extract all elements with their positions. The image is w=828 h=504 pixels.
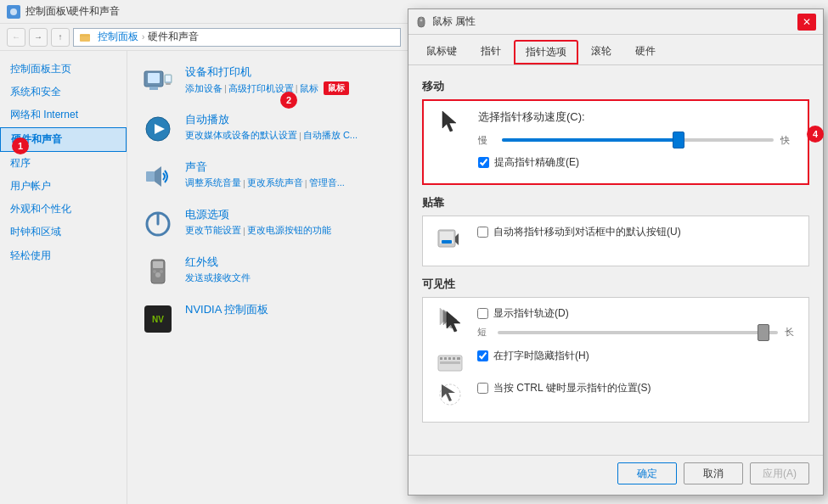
svg-point-17 <box>160 270 163 273</box>
snap-checkbox[interactable] <box>477 227 488 238</box>
tab-pointer-options[interactable]: 指针选项 <box>514 40 578 64</box>
category-sound: 声音 调整系统音量 | 更改系统声音 | 管理音... <box>141 160 394 193</box>
sidebar-item-clock[interactable]: 时钟和区域 <box>0 221 127 244</box>
breadcrumb-cp: 控制面板 <box>98 30 138 44</box>
ok-button[interactable]: 确定 <box>617 462 677 484</box>
sidebar-item-programs[interactable]: 程序 <box>0 152 127 175</box>
autoplay-cd-link[interactable]: 自动播放 C... <box>303 129 358 142</box>
svg-rect-3 <box>148 73 160 83</box>
sidebar-item-system[interactable]: 系统和安全 <box>0 81 127 104</box>
hide-typing-icon <box>433 349 467 376</box>
sound-title[interactable]: 声音 <box>185 160 345 175</box>
ir-icon <box>141 255 175 288</box>
autoplay-icon <box>141 112 175 146</box>
trail-thumb[interactable] <box>758 324 769 341</box>
dialog-titlebar: 鼠标 属性 ✕ <box>408 9 823 35</box>
trail-long-label: 长 <box>785 326 798 339</box>
tab-wheel[interactable]: 滚轮 <box>580 40 622 64</box>
snap-row: 自动将指针移动到对话框中的默认按钮(U) <box>433 225 798 252</box>
power-title[interactable]: 电源选项 <box>185 207 331 222</box>
annotation-1: 1 <box>12 137 29 154</box>
power-links: 电源选项 更改节能设置 | 更改电源按钮的功能 <box>185 207 331 237</box>
dialog-close-button[interactable]: ✕ <box>797 14 816 31</box>
hide-typing-label[interactable]: 在打字时隐藏指针(H) <box>493 349 589 363</box>
ctrl-label[interactable]: 当按 CTRL 键时显示指针的位置(S) <box>493 381 651 395</box>
ir-sub: 发送或接收文件 <box>185 272 251 284</box>
nvidia-icon: NV <box>141 302 175 336</box>
speed-slider-row: 慢 快 <box>478 132 797 148</box>
control-panel-window: 控制面板\硬件和声音 ← → ↑ 控制面板 › 硬件和声音 控制面板主页 系统和… <box>0 0 408 504</box>
mouse-link[interactable]: 鼠标 <box>300 82 318 95</box>
hide-typing-checkbox[interactable] <box>477 350 488 361</box>
enhance-checkbox[interactable] <box>478 157 489 168</box>
sidebar: 控制面板主页 系统和安全 网络和 Internet 硬件和声音 程序 用户帐户 … <box>0 51 127 504</box>
sound-volume-link[interactable]: 调整系统音量 <box>185 176 241 189</box>
trail-slider-row: 短 长 <box>477 326 798 339</box>
speed-slider[interactable] <box>502 132 774 148</box>
svg-rect-35 <box>453 357 455 360</box>
sidebar-item-users[interactable]: 用户帐户 <box>0 175 127 198</box>
svg-rect-14 <box>153 261 163 268</box>
devices-links: 设备和打印机 添加设备 | 高级打印机设置 | 鼠标 鼠标 <box>185 64 349 95</box>
tab-mouse-keys[interactable]: 鼠标键 <box>415 40 468 64</box>
category-ir: 红外线 发送或接收文件 <box>141 255 394 288</box>
autoplay-change-link[interactable]: 更改媒体或设备的默认设置 <box>185 129 297 142</box>
tab-hardware[interactable]: 硬件 <box>624 40 667 64</box>
slider-track <box>502 138 774 142</box>
ir-send-link[interactable]: 发送或接收文件 <box>185 272 251 284</box>
speed-label-text: 选择指针移动速度(C): <box>478 109 797 125</box>
forward-button[interactable]: → <box>29 28 48 47</box>
enhance-label[interactable]: 提高指针精确度(E) <box>494 155 579 170</box>
breadcrumb-sep1: › <box>142 32 144 42</box>
sound-manage-link[interactable]: 管理音... <box>309 176 345 189</box>
sidebar-item-appearance[interactable]: 外观和个性化 <box>0 198 127 221</box>
control-panel-icon <box>7 5 20 19</box>
add-device-link[interactable]: 添加设备 <box>185 82 222 95</box>
cancel-button[interactable]: 取消 <box>684 462 743 484</box>
power-icon <box>141 207 175 241</box>
devices-title[interactable]: 设备和打印机 <box>185 64 251 80</box>
address-bar[interactable]: 控制面板 › 硬件和声音 <box>73 28 401 47</box>
sidebar-item-network[interactable]: 网络和 Internet <box>0 104 127 126</box>
up-button[interactable]: ↑ <box>51 28 70 47</box>
visibility-group-title: 可见性 <box>422 277 809 292</box>
tab-pointer[interactable]: 指针 <box>470 40 512 64</box>
ctrl-show-checkbox[interactable] <box>477 383 488 394</box>
trail-slider[interactable] <box>498 331 778 334</box>
mouse-title-icon <box>415 16 427 28</box>
nvidia-title[interactable]: NVIDIA 控制面板 <box>185 302 268 317</box>
trail-checkbox[interactable] <box>477 308 488 319</box>
mouse-badge: 鼠标 <box>324 81 349 95</box>
trail-label[interactable]: 显示指针轨迹(D) <box>493 306 569 321</box>
control-panel-title: 控制面板\硬件和声音 <box>25 4 120 19</box>
ir-title[interactable]: 红外线 <box>185 255 251 270</box>
visibility-section: 显示指针轨迹(D) 短 长 <box>422 297 809 423</box>
movement-section: 选择指针移动速度(C): 慢 快 <box>422 99 809 185</box>
svg-point-22 <box>420 20 423 21</box>
category-nvidia: NV NVIDIA 控制面板 <box>141 302 394 336</box>
content-area: 控制面板主页 系统和安全 网络和 Internet 硬件和声音 程序 用户帐户 … <box>0 51 408 504</box>
mouse-dialog: 鼠标 属性 ✕ 鼠标键 指针 指针选项 滚轮 硬件 移动 <box>408 8 824 496</box>
snap-label[interactable]: 自动将指针移动到对话框中的默认按钮(U) <box>493 225 681 239</box>
apply-button[interactable]: 应用(A) <box>750 462 809 484</box>
folder-icon <box>79 31 91 43</box>
movement-controls: 选择指针移动速度(C): 慢 快 <box>478 109 797 170</box>
sidebar-item-home[interactable]: 控制面板主页 <box>0 58 127 81</box>
slow-label: 慢 <box>478 134 495 147</box>
autoplay-title[interactable]: 自动播放 <box>185 112 358 127</box>
svg-rect-32 <box>440 357 442 360</box>
annotation-4: 4 <box>807 126 824 143</box>
power-button-link[interactable]: 更改电源按钮的功能 <box>247 224 331 237</box>
pointer-speed-icon <box>434 109 468 133</box>
svg-text:NV: NV <box>152 315 164 324</box>
slider-thumb[interactable] <box>673 132 684 148</box>
back-button[interactable]: ← <box>7 28 25 47</box>
sidebar-item-ease[interactable]: 轻松使用 <box>0 244 127 267</box>
power-energy-link[interactable]: 更改节能设置 <box>185 224 241 237</box>
fast-label: 快 <box>780 134 797 147</box>
dialog-title: 鼠标 属性 <box>432 14 476 29</box>
sound-change-link[interactable]: 更改系统声音 <box>247 176 303 189</box>
nvidia-links: NVIDIA 控制面板 <box>185 302 268 317</box>
trail-icon <box>433 306 467 333</box>
svg-marker-23 <box>442 111 456 132</box>
